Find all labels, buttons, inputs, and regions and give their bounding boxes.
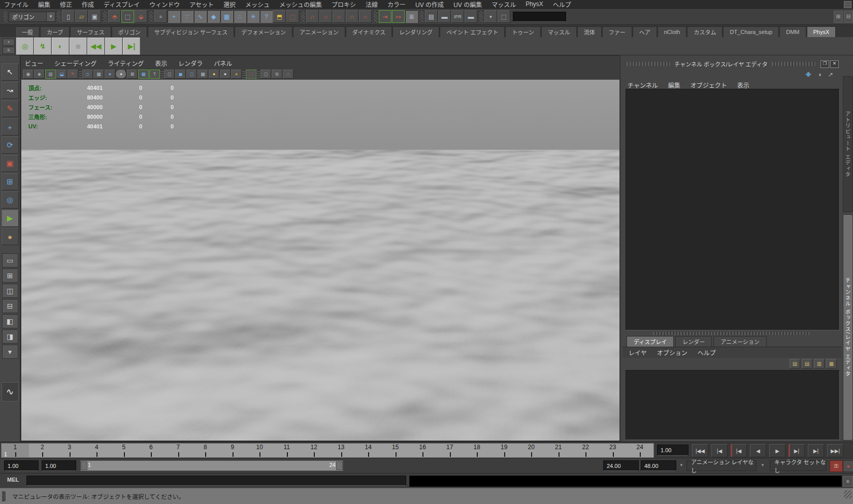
layer-editor-tab[interactable]: アニメーション [713, 336, 767, 347]
status-grip[interactable] [4, 11, 7, 22]
render-settings-icon[interactable]: ▬ [465, 10, 477, 23]
frame-cell[interactable]: 11 [273, 444, 301, 457]
layout-single-pane-button[interactable]: ▭ [2, 253, 18, 267]
save-scene-icon[interactable]: ▣ [88, 10, 101, 23]
set-key-icon[interactable]: ⚿ [830, 460, 843, 472]
shelf-tab[interactable]: デフォメーション [235, 26, 292, 37]
frame-cell[interactable]: 3 [56, 444, 83, 457]
frame-cell[interactable]: 10 [246, 444, 274, 457]
frame-cell[interactable]: 6 [138, 444, 165, 457]
isolate-select-icon[interactable]: ⬚ [246, 70, 256, 79]
range-slider[interactable]: 1 24 [80, 460, 343, 471]
ssao-icon[interactable]: ◼ [175, 70, 186, 79]
input-connection-icon[interactable]: ⇥ [379, 10, 391, 23]
no-lights-icon[interactable]: ⊠ [127, 70, 138, 79]
mask-surfaces-icon[interactable]: ◆ [207, 10, 220, 23]
step-back-frame-button[interactable]: |◀ [711, 444, 728, 457]
physx-logo-shelf-button[interactable]: ◎ [16, 38, 34, 55]
menu-item[interactable]: メッシュ [245, 0, 270, 9]
shelf-tab[interactable]: トゥーン [505, 26, 540, 37]
frame-cell[interactable]: 18 [464, 444, 491, 457]
universal-manip-tool-button[interactable]: ⊞ [2, 173, 19, 190]
field-entry-mode-icon[interactable]: ▾ [484, 10, 497, 23]
highlight-selection-icon[interactable]: ⬚ [286, 10, 299, 23]
chevron-down-icon[interactable]: ▼ [761, 463, 765, 467]
make-live-icon[interactable]: ∩ [359, 10, 372, 23]
drag-handle[interactable] [772, 62, 815, 66]
menu-bar-corner-icon[interactable] [844, 1, 851, 8]
panel-menu-item[interactable]: 表示 [155, 59, 167, 68]
shelf-tab-switch-icon[interactable]: ▾ [3, 39, 15, 46]
menu-item[interactable]: 選択 [223, 0, 236, 9]
paint-select-tool-button[interactable]: ✎ [2, 100, 19, 117]
shelf-tab[interactable]: カスタム [687, 26, 723, 37]
layer-editor-menu-item[interactable]: ヘルプ [698, 348, 716, 357]
menu-item[interactable]: 編集 [38, 0, 50, 9]
frame-cell[interactable]: 22 [572, 444, 600, 457]
group-grip[interactable] [479, 11, 483, 22]
panel-close-icon[interactable]: ✕ [830, 60, 839, 68]
channel-box-tab[interactable]: チャンネル ボックス/レイヤ エディタ [843, 214, 853, 441]
bar-grip[interactable] [242, 70, 245, 78]
drag-handle[interactable] [627, 62, 670, 66]
ipr-render-icon[interactable]: IPR [451, 10, 464, 23]
lock-selection-icon[interactable]: ⬒ [273, 10, 286, 23]
camera-bookmark-icon[interactable]: ◈ [34, 70, 45, 79]
move-layer-down-icon[interactable]: ▤ [802, 359, 812, 368]
layout-persp-uv-button[interactable]: ◨ [2, 329, 18, 344]
shelf-tab[interactable]: ダイナミクス [346, 26, 392, 37]
menu-item[interactable]: ヘルプ [553, 0, 571, 9]
menu-item[interactable]: PhysX [526, 1, 543, 8]
last-tool-button[interactable]: ● [2, 228, 19, 245]
frame-cell[interactable]: 4 [83, 444, 111, 457]
share-view-icon[interactable]: ∴ [283, 70, 293, 79]
menu-item[interactable]: メッシュの編集 [279, 0, 322, 9]
grease-pencil-icon[interactable]: ✎ [68, 70, 78, 79]
scale-tool-button[interactable]: ▣ [2, 155, 19, 172]
group-grip[interactable] [103, 11, 107, 22]
manip-hyperbolic-icon[interactable]: ↗ [827, 71, 835, 79]
mask-points-icon[interactable]: + [168, 10, 180, 23]
script-editor-icon[interactable]: ≡ [843, 476, 853, 487]
shelf-tab[interactable]: カーブ [40, 26, 70, 37]
command-line-input[interactable] [26, 476, 406, 486]
range-end-handle[interactable] [336, 461, 343, 470]
bar-grip[interactable] [160, 70, 163, 78]
menu-item[interactable]: マッスル [491, 0, 516, 9]
channel-box-menu-item[interactable]: 編集 [668, 81, 680, 89]
smooth-shade-icon[interactable]: ▦ [93, 70, 104, 79]
frame-cell[interactable]: 8 [192, 444, 219, 457]
menu-item[interactable]: 作成 [82, 0, 94, 9]
shelf-tab[interactable]: アニメーション [293, 26, 345, 37]
command-line-mode-button[interactable]: MEL [7, 477, 19, 483]
layer-editor-splitter[interactable] [653, 332, 810, 335]
select-component-icon[interactable]: ⬙ [135, 10, 147, 23]
attribute-editor-tab[interactable]: アトリビュート エディタ [843, 76, 853, 212]
channel-box-menu-item[interactable]: オブジェクト [691, 81, 727, 89]
menu-item[interactable]: カラー [387, 0, 406, 9]
physx-step-shelf-button[interactable]: ▶| [123, 38, 140, 55]
snap-to-grid-icon[interactable]: ∩ [306, 10, 319, 23]
new-empty-layer-icon[interactable]: ▥ [814, 359, 825, 368]
status-grip[interactable] [57, 11, 60, 22]
character-set-dropdown[interactable]: キャラクタ セットなし [770, 460, 827, 471]
shadows-icon[interactable]: ◻ [164, 70, 175, 79]
mask-misc-icon[interactable]: ? [260, 10, 273, 23]
step-back-key-button[interactable]: |◀ [731, 444, 747, 457]
manip-speed-icon[interactable]: ◑ [815, 71, 824, 79]
menu-item[interactable]: 法線 [366, 0, 378, 9]
panel-menu-item[interactable]: パネル [214, 59, 232, 68]
snap-to-view-plane-icon[interactable]: ∩ [346, 10, 358, 23]
channel-box-menu-item[interactable]: チャンネル [628, 81, 658, 89]
layer-editor-tab[interactable]: レンダー [675, 336, 712, 347]
frame-cell[interactable]: 1 1 [2, 444, 29, 457]
group-grip[interactable] [149, 11, 153, 22]
frame-cell[interactable]: 5 [110, 444, 138, 457]
time-slider[interactable]: 1 1 2 3 4 [1, 443, 654, 458]
frame-cell[interactable]: 14 [355, 444, 382, 457]
layout-persp-graph-button[interactable]: ⊟ [2, 299, 18, 313]
panel-menu-item[interactable]: シェーディング [54, 59, 96, 68]
step-forward-key-button[interactable]: ▶| [789, 444, 805, 457]
physx-toggle-shelf-button[interactable]: ◐ [52, 38, 69, 55]
step-forward-frame-button[interactable]: ▶| [808, 444, 824, 457]
